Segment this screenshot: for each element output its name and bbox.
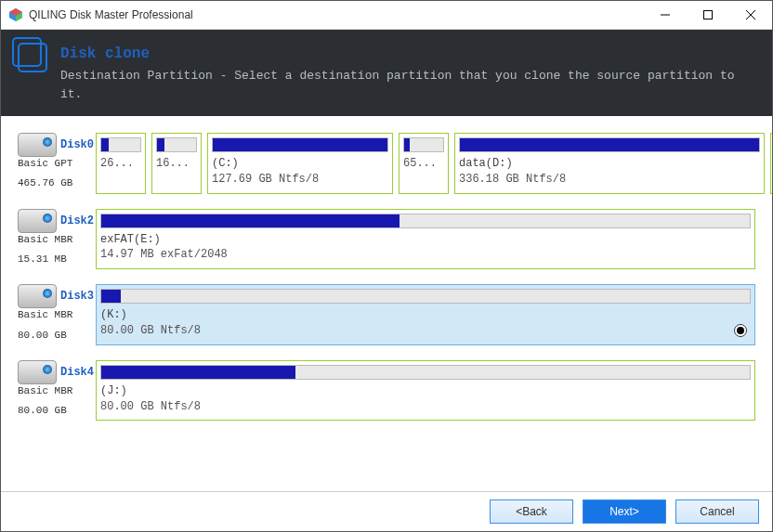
cancel-button[interactable]: Cancel (675, 500, 759, 524)
disk-info: Disk3Basic MBR80.00 GB (18, 284, 96, 345)
partition[interactable]: (J:)80.00 GB Ntfs/8 (96, 360, 755, 422)
partition-detail: 16... (156, 156, 197, 172)
usage-bar (100, 365, 751, 380)
window-controls (644, 1, 772, 29)
disk-icon (18, 360, 57, 384)
app-title: QILING Disk Master Professional (29, 8, 644, 21)
maximize-button[interactable] (687, 1, 729, 29)
disk-list: Disk0Basic GPT465.76 GB26...16...(C:)127… (1, 116, 772, 491)
usage-bar (100, 214, 751, 228)
partition-strip: exFAT(E:)14.97 MB exFat/2048 (96, 209, 755, 270)
usage-bar-fill (460, 138, 759, 151)
usage-bar-fill (213, 138, 387, 151)
svg-rect-4 (704, 11, 713, 19)
disk-info: Disk2Basic MBR15.31 MB (18, 209, 96, 270)
partition[interactable]: 65... (399, 133, 449, 194)
partition-strip: (J:)80.00 GB Ntfs/8 (96, 360, 755, 422)
partition-label: exFAT(E:) (100, 232, 751, 248)
usage-bar (100, 137, 141, 152)
disk-type: Basic MBR (18, 233, 96, 247)
header-text: Disk clone Destination Partition - Selec… (60, 43, 755, 103)
partition[interactable]: 16... (151, 133, 202, 194)
usage-bar-fill (404, 138, 410, 151)
partition[interactable]: data(D:)336.18 GB Ntfs/8 (454, 133, 765, 194)
page-title: Disk clone (60, 43, 755, 65)
disk-row: Disk4Basic MBR80.00 GB(J:)80.00 GB Ntfs/… (18, 360, 755, 422)
footer: <Back Next> Cancel (1, 491, 772, 531)
disk-icon (18, 133, 57, 157)
disk-icon (18, 209, 57, 233)
partition[interactable]: (C:)127.69 GB Ntfs/8 (207, 133, 393, 194)
clone-icon (18, 43, 47, 72)
usage-bar-fill (101, 366, 295, 379)
disk-size: 465.76 GB (18, 176, 96, 190)
disk-type: Basic MBR (18, 308, 96, 322)
usage-bar-fill (157, 138, 164, 151)
selected-radio-icon (734, 324, 747, 337)
usage-bar (100, 289, 751, 304)
disk-name: Disk2 (60, 214, 96, 227)
usage-bar (156, 137, 197, 152)
partition-label: data(D:) (459, 156, 760, 172)
partition-label: (C:) (212, 156, 388, 172)
disk-size: 80.00 GB (18, 329, 96, 343)
disk-info: Disk0Basic GPT465.76 GB (18, 133, 96, 194)
partition-detail: 14.97 MB exFat/2048 (100, 247, 751, 263)
partition-detail: 80.00 GB Ntfs/8 (100, 399, 751, 415)
disk-size: 80.00 GB (18, 404, 96, 418)
partition[interactable]: (K:)80.00 GB Ntfs/8 (96, 284, 755, 345)
disk-info: Disk4Basic MBR80.00 GB (18, 360, 96, 422)
partition-detail: 336.18 GB Ntfs/8 (459, 172, 760, 188)
app-window: QILING Disk Master Professional Disk clo… (0, 0, 773, 532)
disk-type: Basic GPT (18, 157, 96, 171)
app-icon (8, 7, 23, 22)
disk-size: 15.31 MB (18, 253, 96, 266)
usage-bar (459, 137, 760, 152)
disk-name: Disk4 (60, 366, 96, 379)
disk-name: Disk3 (60, 290, 96, 303)
partition-strip: (K:)80.00 GB Ntfs/8 (96, 284, 755, 345)
partition[interactable]: exFAT(E:)14.97 MB exFat/2048 (96, 209, 755, 270)
usage-bar (403, 137, 444, 152)
partition-detail: 65... (403, 156, 444, 172)
usage-bar (212, 137, 388, 152)
disk-icon (18, 284, 57, 308)
disk-row: Disk0Basic GPT465.76 GB26...16...(C:)127… (18, 133, 755, 194)
usage-bar-fill (101, 214, 400, 227)
back-button[interactable]: <Back (490, 500, 573, 524)
disk-type: Basic MBR (18, 384, 96, 398)
partition-strip: 26...16...(C:)127.69 GB Ntfs/865...data(… (96, 133, 755, 194)
minimize-button[interactable] (644, 1, 687, 29)
disk-row: Disk3Basic MBR80.00 GB(K:)80.00 GB Ntfs/… (18, 284, 755, 345)
usage-bar-fill (101, 290, 121, 303)
usage-bar-fill (101, 138, 109, 151)
partition-label: (J:) (100, 383, 751, 399)
partition-label: (K:) (100, 307, 751, 323)
next-button[interactable]: Next> (583, 500, 666, 524)
disk-name: Disk0 (60, 138, 96, 151)
partition-detail: 127.69 GB Ntfs/8 (212, 172, 388, 188)
partition-detail: 26... (100, 156, 141, 172)
page-subtitle: Destination Partition - Select a destina… (60, 67, 755, 103)
titlebar: QILING Disk Master Professional (1, 1, 772, 30)
partition[interactable]: 99... (770, 133, 772, 194)
disk-row: Disk2Basic MBR15.31 MBexFAT(E:)14.97 MB … (18, 209, 755, 270)
close-button[interactable] (729, 1, 772, 29)
partition[interactable]: 26... (96, 133, 146, 194)
page-header: Disk clone Destination Partition - Selec… (1, 30, 772, 116)
partition-detail: 80.00 GB Ntfs/8 (100, 323, 751, 339)
